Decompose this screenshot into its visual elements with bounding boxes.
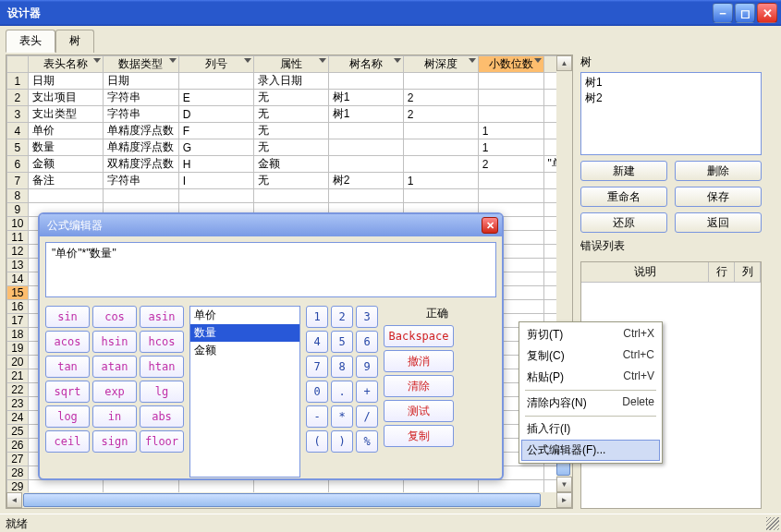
numpad-+-button[interactable]: +	[356, 381, 378, 403]
numpad-4-button[interactable]: 4	[306, 331, 328, 353]
grid-cell[interactable]: 日期	[103, 73, 178, 90]
grid-cell[interactable]	[328, 123, 403, 139]
grid-cell[interactable]	[403, 123, 478, 139]
undo-button[interactable]: 撤消	[384, 350, 454, 372]
grid-cell[interactable]: 双精度浮点数	[103, 156, 178, 173]
delete-button[interactable]: 删除	[675, 161, 762, 181]
grid-cell[interactable]	[403, 73, 478, 90]
grid-cell[interactable]: 树1	[328, 106, 403, 123]
copy-button[interactable]: 复制	[384, 425, 454, 447]
grid-cell[interactable]: 1	[403, 173, 478, 189]
row-header[interactable]: 11	[7, 231, 29, 245]
grid-cell[interactable]: 金额	[28, 156, 103, 173]
row-header[interactable]: 23	[7, 397, 29, 411]
numpad-/-button[interactable]: /	[356, 405, 378, 428]
fn-lg-button[interactable]: lg	[140, 381, 184, 403]
grid-cell[interactable]	[328, 73, 403, 90]
window-close-button[interactable]: ✕	[757, 3, 777, 23]
row-header[interactable]: 6	[7, 156, 29, 173]
fn-ceil-button[interactable]: ceil	[45, 430, 90, 453]
dialog-close-button[interactable]: ✕	[482, 217, 498, 234]
row-header[interactable]: 28	[7, 466, 29, 480]
window-maximize-button[interactable]: ◻	[735, 3, 755, 23]
grid-cell[interactable]: F	[178, 123, 253, 139]
grid-cell[interactable]	[403, 189, 478, 203]
row-header[interactable]: 16	[7, 300, 29, 314]
fn-in-button[interactable]: in	[92, 405, 137, 428]
grid-cell[interactable]: 1	[478, 123, 543, 139]
rename-button[interactable]: 重命名	[580, 187, 667, 207]
grid-hscroll[interactable]: ◄ ►	[6, 492, 572, 508]
variable-item[interactable]: 单价	[190, 307, 299, 324]
numpad-6-button[interactable]: 6	[356, 331, 378, 353]
grid-cell[interactable]: 单精度浮点数	[103, 139, 178, 156]
row-header[interactable]: 18	[7, 328, 29, 342]
ctx-paste[interactable]: 粘贴(P)Ctrl+V	[521, 367, 660, 388]
backspace-button[interactable]: Backspace	[384, 325, 454, 347]
grid-cell[interactable]	[478, 106, 543, 123]
fn-abs-button[interactable]: abs	[140, 405, 184, 428]
grid-cell[interactable]: 树2	[328, 173, 403, 189]
window-minimize-button[interactable]: −	[713, 3, 733, 23]
grid-cell[interactable]	[328, 139, 403, 156]
row-header[interactable]: 5	[7, 139, 29, 156]
column-header[interactable]: 树名称	[328, 56, 403, 73]
list-item[interactable]: 树2	[585, 91, 757, 106]
row-header[interactable]: 3	[7, 106, 29, 123]
variable-item[interactable]: 金额	[190, 342, 299, 359]
fn-atan-button[interactable]: atan	[92, 356, 137, 378]
grid-cell[interactable]: 录入日期	[253, 73, 328, 90]
grid-cell[interactable]	[178, 189, 253, 203]
numpad-7-button[interactable]: 7	[306, 356, 328, 378]
tab-header[interactable]: 表头	[6, 30, 55, 53]
grid-cell[interactable]: 无	[253, 173, 328, 189]
test-button[interactable]: 测试	[384, 400, 454, 422]
grid-cell[interactable]	[403, 139, 478, 156]
row-header[interactable]: 20	[7, 356, 29, 369]
fn-sign-button[interactable]: sign	[92, 430, 137, 453]
fn-log-button[interactable]: log	[45, 405, 90, 428]
ctx-formula-editor[interactable]: 公式编辑器(F)...	[521, 440, 660, 461]
scroll-up-button[interactable]: ▲	[556, 55, 572, 71]
fn-exp-button[interactable]: exp	[92, 381, 137, 403]
fn-sqrt-button[interactable]: sqrt	[45, 381, 90, 403]
column-header[interactable]: 表头名称	[28, 56, 103, 73]
grid-cell[interactable]	[28, 189, 103, 203]
grid-cell[interactable]	[478, 90, 543, 106]
grid-cell[interactable]	[178, 73, 253, 90]
row-header[interactable]: 24	[7, 411, 29, 425]
grid-cell[interactable]: D	[178, 106, 253, 123]
fn-acos-button[interactable]: acos	[45, 331, 90, 353]
grid-cell[interactable]: 无	[253, 139, 328, 156]
row-header[interactable]: 19	[7, 342, 29, 356]
numpad-)-button[interactable]: )	[331, 430, 353, 453]
grid-cell[interactable]: 单价	[28, 123, 103, 139]
row-header[interactable]: 7	[7, 173, 29, 189]
fn-tan-button[interactable]: tan	[45, 356, 90, 378]
ctx-clear-content[interactable]: 清除内容(N)Delete	[521, 393, 660, 414]
ctx-insert-row[interactable]: 插入行(I)	[521, 418, 660, 440]
numpad-5-button[interactable]: 5	[331, 331, 353, 353]
save-button[interactable]: 保存	[675, 187, 762, 207]
column-header[interactable]: 列号	[178, 56, 253, 73]
grid-cell[interactable]: 支出类型	[28, 106, 103, 123]
ctx-copy[interactable]: 复制(C)Ctrl+C	[521, 345, 660, 367]
column-header[interactable]: 数据类型	[103, 56, 178, 73]
resize-grip-icon[interactable]	[766, 517, 779, 530]
column-header[interactable]: 树深度	[403, 56, 478, 73]
grid-cell[interactable]	[478, 189, 543, 203]
row-header[interactable]: 21	[7, 369, 29, 383]
grid-cell[interactable]: 字符串	[103, 173, 178, 189]
ctx-cut[interactable]: 剪切(T)Ctrl+X	[521, 324, 660, 345]
grid-cell[interactable]: 1	[478, 139, 543, 156]
clear-button[interactable]: 清除	[384, 375, 454, 397]
column-header[interactable]: 属性	[253, 56, 328, 73]
grid-cell[interactable]: 2	[403, 106, 478, 123]
scroll-right-button[interactable]: ►	[556, 492, 572, 508]
fn-hsin-button[interactable]: hsin	[92, 331, 137, 353]
row-header[interactable]: 10	[7, 217, 29, 231]
variable-list[interactable]: 单价数量金额	[189, 306, 300, 478]
grid-cell[interactable]	[403, 156, 478, 173]
row-header[interactable]: 8	[7, 189, 29, 203]
dialog-titlebar[interactable]: 公式编辑器 ✕	[40, 214, 502, 236]
